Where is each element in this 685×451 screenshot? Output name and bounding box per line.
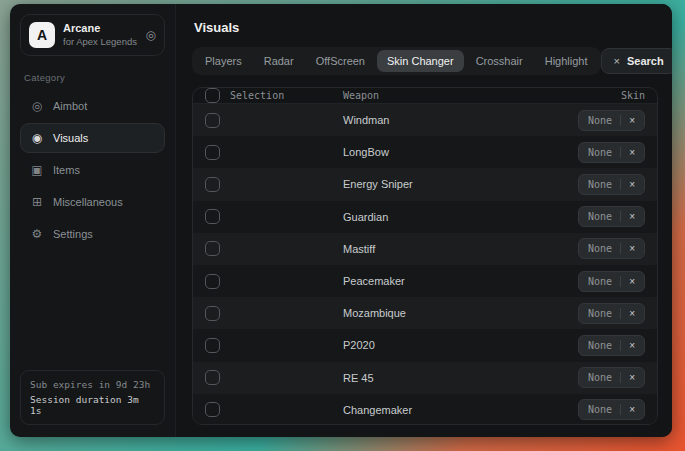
skin-value: None	[588, 276, 612, 287]
clear-skin-icon[interactable]: ×	[629, 340, 635, 351]
clear-skin-icon[interactable]: ×	[629, 243, 635, 254]
tab[interactable]: Crosshair	[466, 50, 533, 72]
tab-label: Players	[205, 55, 242, 67]
weapon-name: Peacemaker	[343, 275, 405, 287]
column-header-weapon: Weapon	[343, 90, 379, 101]
row-checkbox[interactable]	[205, 274, 220, 289]
tab[interactable]: OffScreen	[306, 50, 375, 72]
clear-skin-icon[interactable]: ×	[629, 115, 635, 126]
eye-icon: ◉	[30, 131, 44, 145]
clear-skin-icon[interactable]: ×	[629, 211, 635, 222]
skin-selector-badge[interactable]: None ×	[578, 110, 645, 131]
table-row: Changemaker None ×	[193, 394, 657, 425]
select-all-checkbox[interactable]	[205, 88, 220, 103]
target-icon[interactable]: ◎	[146, 28, 156, 42]
session-duration-text: Session duration 3m 1s	[30, 394, 155, 416]
crosshair-icon: ◎	[30, 99, 44, 113]
badge-divider	[620, 115, 621, 126]
gear-icon: ⚙	[30, 227, 44, 241]
table-row: P2020 None ×	[193, 329, 657, 361]
badge-divider	[620, 243, 621, 254]
row-checkbox[interactable]	[205, 402, 220, 417]
weapon-name: Guardian	[343, 211, 388, 223]
sidebar-item[interactable]: ▣ Items	[20, 155, 165, 185]
row-checkbox[interactable]	[205, 177, 220, 192]
sidebar: A Arcane for Apex Legends ◎ Category ◎ A…	[10, 4, 176, 437]
column-header-selection: Selection	[230, 90, 284, 101]
sub-expires-text: Sub expires in 9d 23h	[30, 379, 155, 390]
row-checkbox[interactable]	[205, 306, 220, 321]
row-checkbox[interactable]	[205, 113, 220, 128]
weapon-name: LongBow	[343, 146, 389, 158]
skin-selector-badge[interactable]: None ×	[578, 174, 645, 195]
clear-skin-icon[interactable]: ×	[629, 372, 635, 383]
subscription-card: Sub expires in 9d 23h Session duration 3…	[20, 370, 165, 425]
sidebar-item-label: Aimbot	[53, 100, 87, 112]
table-header-row: Selection Weapon Skin	[193, 88, 657, 104]
badge-divider	[620, 372, 621, 383]
skin-selector-badge[interactable]: None ×	[578, 206, 645, 227]
tab[interactable]: Radar	[254, 50, 304, 72]
clear-skin-icon[interactable]: ×	[629, 179, 635, 190]
clear-skin-icon[interactable]: ×	[629, 147, 635, 158]
sidebar-item-label: Items	[53, 164, 80, 176]
tab[interactable]: Skin Changer	[377, 50, 464, 72]
skin-selector-badge[interactable]: None ×	[578, 399, 645, 420]
brand-card: A Arcane for Apex Legends ◎	[20, 14, 165, 56]
sidebar-spacer	[20, 249, 165, 370]
clear-skin-icon[interactable]: ×	[629, 404, 635, 415]
sidebar-item[interactable]: ◉ Visuals	[20, 123, 165, 153]
skin-value: None	[588, 243, 612, 254]
skin-selector-badge[interactable]: None ×	[578, 238, 645, 259]
table-row: Mozambique None ×	[193, 297, 657, 329]
search-button[interactable]: × Search	[601, 48, 672, 74]
sidebar-item-label: Miscellaneous	[53, 196, 123, 208]
tab-label: Radar	[264, 55, 294, 67]
app-title: Arcane	[63, 22, 138, 36]
tab-bar: Players Radar OffScreen Skin Changer	[192, 47, 601, 75]
sidebar-item[interactable]: ◎ Aimbot	[20, 91, 165, 121]
badge-divider	[620, 147, 621, 158]
table-row: LongBow None ×	[193, 136, 657, 168]
tab-label: Highlight	[545, 55, 588, 67]
row-checkbox[interactable]	[205, 241, 220, 256]
table-row: Energy Sniper None ×	[193, 168, 657, 200]
skin-value: None	[588, 115, 612, 126]
sidebar-item-label: Visuals	[53, 132, 88, 144]
tab[interactable]: Highlight	[535, 50, 598, 72]
sidebar-item-label: Settings	[53, 228, 93, 240]
cheat-menu-window: A Arcane for Apex Legends ◎ Category ◎ A…	[10, 4, 672, 437]
badge-divider	[620, 179, 621, 190]
row-checkbox[interactable]	[205, 338, 220, 353]
skin-selector-badge[interactable]: None ×	[578, 142, 645, 163]
skin-value: None	[588, 179, 612, 190]
row-checkbox[interactable]	[205, 370, 220, 385]
tab[interactable]: Players	[195, 50, 252, 72]
brand-text: Arcane for Apex Legends	[63, 22, 138, 48]
skin-selector-badge[interactable]: None ×	[578, 335, 645, 356]
clear-skin-icon[interactable]: ×	[629, 276, 635, 287]
skin-selector-badge[interactable]: None ×	[578, 367, 645, 388]
search-button-label: Search	[627, 55, 664, 67]
skin-selector-badge[interactable]: None ×	[578, 303, 645, 324]
table-row: Mastiff None ×	[193, 233, 657, 265]
sidebar-nav: ◎ Aimbot ◉ Visuals ▣ Items ⊞ Miscellaneo…	[20, 91, 165, 249]
row-checkbox[interactable]	[205, 209, 220, 224]
skin-selector-badge[interactable]: None ×	[578, 271, 645, 292]
x-icon: ×	[614, 55, 620, 67]
skin-table: Selection Weapon Skin Windman None ×	[192, 87, 658, 425]
sidebar-item[interactable]: ⊞ Miscellaneous	[20, 187, 165, 217]
clear-skin-icon[interactable]: ×	[629, 308, 635, 319]
weapon-name: Changemaker	[343, 404, 412, 416]
main-panel: Visuals Players Radar OffScreen	[176, 4, 672, 437]
tab-label: OffScreen	[316, 55, 365, 67]
weapon-name: Energy Sniper	[343, 178, 413, 190]
game-background: { "sidebar": { "logo_letter": "A", "titl…	[0, 0, 685, 451]
weapon-name: RE 45	[343, 372, 374, 384]
skin-value: None	[588, 372, 612, 383]
sidebar-item[interactable]: ⚙ Settings	[20, 219, 165, 249]
skin-value: None	[588, 147, 612, 158]
row-checkbox[interactable]	[205, 145, 220, 160]
tab-label: Crosshair	[476, 55, 523, 67]
badge-divider	[620, 340, 621, 351]
